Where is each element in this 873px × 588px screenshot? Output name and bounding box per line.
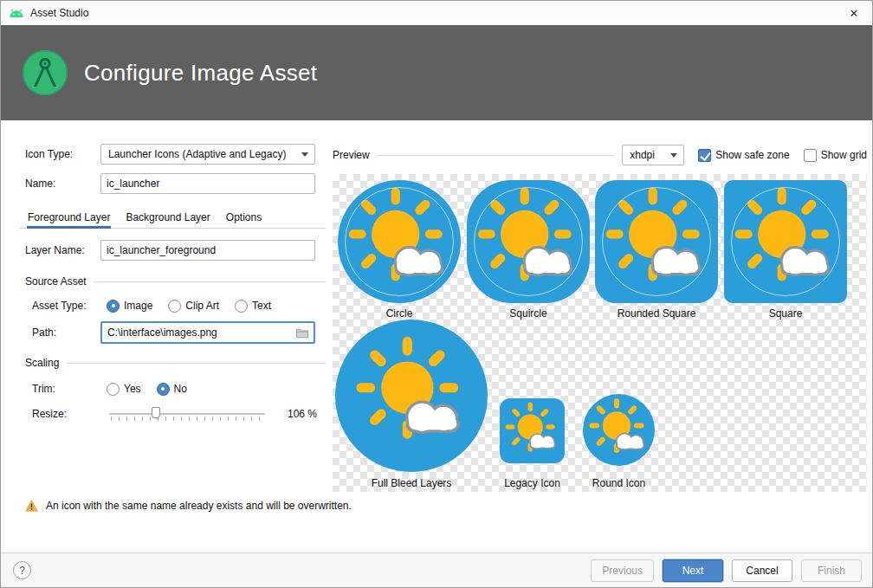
slider-thumb[interactable] <box>152 407 160 418</box>
tab-label: Background Layer <box>126 211 210 223</box>
divider <box>377 155 616 156</box>
path-input[interactable] <box>107 323 292 342</box>
show-grid-checkbox[interactable]: Show grid <box>804 149 867 162</box>
window-title: Asset Studio <box>30 7 88 19</box>
path-label: Path: <box>32 326 100 339</box>
checkbox-icon <box>804 149 817 162</box>
asset-type-radio-group: Image Clip Art Text <box>107 300 271 313</box>
radio-icon <box>157 383 170 396</box>
radio-icon <box>235 300 248 313</box>
android-icon <box>9 9 24 18</box>
checkbox-icon <box>698 149 711 162</box>
preview-item: Rounded Square <box>595 180 718 320</box>
layer-name-row: Layer Name: <box>25 240 326 261</box>
checkbox-label: Show safe zone <box>715 149 789 161</box>
footer-buttons: Previous Next Cancel Finish <box>591 559 862 582</box>
icon-type-value: Launcher Icons (Adaptive and Legacy) <box>108 148 286 160</box>
help-button[interactable]: ? <box>13 561 31 579</box>
android-studio-logo-icon <box>22 49 68 96</box>
preview-canvas: Circle Squircle Rounded Square Square Fu… <box>333 174 867 492</box>
radio-icon <box>168 300 181 313</box>
chevron-down-icon <box>670 153 677 161</box>
preview-title: Preview <box>333 149 370 161</box>
source-asset-section: Source Asset <box>25 275 326 288</box>
radio-icon <box>107 383 120 396</box>
name-row: Name: <box>25 173 326 194</box>
next-button[interactable]: Next <box>663 559 723 582</box>
show-safe-zone-checkbox[interactable]: Show safe zone <box>698 149 789 162</box>
warning-icon <box>25 500 38 512</box>
name-label: Name: <box>25 178 100 190</box>
launcher-icon-square <box>724 180 847 303</box>
preview-item-label: Full Bleed Layers <box>372 477 452 489</box>
preview-item-label: Round Icon <box>592 477 645 489</box>
titlebar: Asset Studio ✕ <box>1 1 872 25</box>
radio-text[interactable]: Text <box>235 300 271 313</box>
radio-icon <box>107 300 120 313</box>
help-icon: ? <box>19 565 25 577</box>
launcher-icon-squircle <box>467 180 590 303</box>
layer-tabs: Foreground Layer Background Layer Option… <box>20 206 326 229</box>
close-icon[interactable]: ✕ <box>836 1 872 25</box>
preview-item: Squircle <box>467 180 590 320</box>
tab-options[interactable]: Options <box>218 206 269 228</box>
path-field <box>100 321 315 344</box>
resize-value: 106 % <box>288 408 317 420</box>
name-input[interactable] <box>100 173 315 194</box>
radio-label: Image <box>124 300 152 312</box>
footer: ? Previous Next Cancel Finish <box>1 552 872 587</box>
radio-image[interactable]: Image <box>107 300 152 313</box>
warning-row: An icon with the same name already exist… <box>25 500 352 512</box>
previous-button[interactable]: Previous <box>591 559 654 582</box>
cancel-button[interactable]: Cancel <box>732 559 792 582</box>
icon-type-dropdown[interactable]: Launcher Icons (Adaptive and Legacy) <box>100 144 315 165</box>
launcher-icon-legacy-square <box>500 398 565 463</box>
preview-panel: Preview xhdpi Show safe zone Show grid C… <box>333 120 867 492</box>
trim-row: Trim: Yes No <box>25 380 326 397</box>
scaling-section-label: Scaling <box>25 357 59 369</box>
preview-item: Circle <box>338 180 461 320</box>
folder-icon[interactable] <box>295 327 309 339</box>
launcher-icon-circle <box>335 320 488 472</box>
tab-foreground-layer[interactable]: Foreground Layer <box>20 206 118 228</box>
preview-item-label: Circle <box>386 307 413 320</box>
form-panel: Icon Type: Launcher Icons (Adaptive and … <box>1 120 333 423</box>
launcher-icon-rounded-square <box>595 180 718 303</box>
radio-clip-art[interactable]: Clip Art <box>168 300 219 313</box>
layer-name-label: Layer Name: <box>25 244 100 256</box>
radio-trim-no[interactable]: No <box>157 383 187 396</box>
resize-label: Resize: <box>32 408 100 420</box>
radio-trim-yes[interactable]: Yes <box>107 383 141 396</box>
divider <box>94 281 326 282</box>
trim-label: Trim: <box>32 383 100 395</box>
radio-label: Yes <box>124 383 141 395</box>
tab-background-layer[interactable]: Background Layer <box>118 206 217 228</box>
radio-label: Text <box>252 300 271 312</box>
preview-header: Preview xhdpi Show safe zone Show grid <box>333 120 867 165</box>
finish-button[interactable]: Finish <box>801 559 862 582</box>
density-dropdown[interactable]: xhdpi <box>622 145 684 165</box>
tab-label: Foreground Layer <box>28 211 110 223</box>
tab-label: Options <box>226 211 262 223</box>
preview-item: Full Bleed Layers <box>335 320 488 489</box>
preview-item: Round Icon <box>583 394 655 489</box>
dialog-header: Configure Image Asset <box>1 25 872 120</box>
dialog-title: Configure Image Asset <box>84 60 317 87</box>
resize-row: Resize: 106 % <box>25 405 326 423</box>
scaling-section: Scaling <box>25 356 326 370</box>
preview-item-label: Rounded Square <box>618 307 696 320</box>
asset-type-row: Asset Type: Image Clip Art Text <box>25 297 326 314</box>
radio-label: Clip Art <box>185 300 219 312</box>
density-value: xhdpi <box>630 149 655 161</box>
asset-type-label: Asset Type: <box>32 300 100 312</box>
layer-name-input[interactable] <box>100 240 315 261</box>
launcher-icon-circle <box>338 180 461 303</box>
warning-text: An icon with the same name already exist… <box>46 500 352 512</box>
launcher-icon-circle <box>583 394 655 466</box>
preview-item: Legacy Icon <box>500 398 565 489</box>
resize-slider[interactable] <box>109 405 265 423</box>
slider-track <box>109 413 265 415</box>
chevron-down-icon <box>301 152 308 160</box>
trim-radio-group: Yes No <box>107 383 187 396</box>
slider-ticks <box>111 417 265 421</box>
